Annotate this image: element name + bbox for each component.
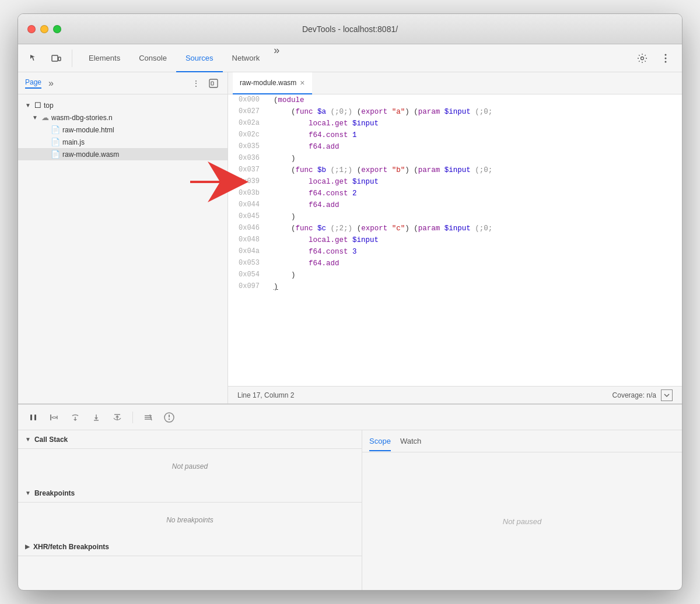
- three-dots-button[interactable]: ⋮: [189, 76, 203, 90]
- tree-item-js[interactable]: ▶ 📄 main.js: [18, 136, 228, 148]
- line-num-13: 0x048: [228, 234, 269, 246]
- breakpoints-header[interactable]: ▼ Breakpoints: [18, 484, 362, 503]
- line-code-5: f64.add: [269, 141, 682, 153]
- close-button[interactable]: [27, 25, 36, 33]
- tree-item-wasm[interactable]: ▶ 📄 raw-module.wasm: [18, 148, 228, 160]
- top-label: top: [44, 101, 54, 110]
- left-panel: Page » ⋮ ▼ ☐ top: [18, 72, 228, 403]
- line-num-1: 0x000: [228, 94, 269, 106]
- devtools-window: DevTools - localhost:8081/ Elements Cons…: [18, 13, 682, 591]
- code-line-14: 0x04a f64.const 3: [228, 246, 682, 258]
- bottom-section: ▼ Call Stack Not paused ▼ Breakpoints No…: [18, 403, 682, 590]
- line-num-14: 0x04a: [228, 246, 269, 258]
- line-code-9: f64.const 2: [269, 188, 682, 199]
- line-code-11: ): [269, 211, 682, 223]
- xhr-arrow: ▶: [25, 543, 30, 550]
- right-bottom-panel: Scope Watch Not paused: [362, 430, 682, 590]
- pause-on-exception-button[interactable]: [161, 409, 177, 426]
- svg-point-3: [665, 57, 667, 59]
- line-code-17: ): [269, 281, 682, 293]
- tab-elements[interactable]: Elements: [79, 44, 130, 72]
- tab-console[interactable]: Console: [130, 44, 176, 72]
- coverage-dropdown-icon[interactable]: [661, 389, 673, 401]
- tree-item-origin[interactable]: ▼ ☁ wasm-dbg-stories.n: [18, 111, 228, 124]
- tab-network[interactable]: Network: [223, 44, 270, 72]
- line-code-2: (func $a (;0;) (export "a") (param $inpu…: [269, 106, 682, 118]
- line-code-15: f64.add: [269, 258, 682, 269]
- line-code-14: f64.const 3: [269, 246, 682, 258]
- code-line-4: 0x02c f64.const 1: [228, 129, 682, 141]
- sync-icon[interactable]: [206, 76, 220, 90]
- code-line-15: 0x053 f64.add: [228, 258, 682, 269]
- pause-button[interactable]: [25, 409, 41, 426]
- svg-rect-1: [58, 57, 61, 61]
- code-line-11: 0x045 ): [228, 211, 682, 223]
- svg-rect-8: [30, 415, 32, 420]
- bottom-panels: ▼ Call Stack Not paused ▼ Breakpoints No…: [18, 430, 682, 590]
- line-num-3: 0x02a: [228, 118, 269, 129]
- status-bar: Line 17, Column 2 Coverage: n/a: [228, 386, 682, 403]
- inspect-icon[interactable]: [25, 50, 43, 67]
- code-line-8: 0x039 local.get $input: [228, 176, 682, 188]
- svg-marker-11: [74, 419, 77, 421]
- tree-item-html[interactable]: ▶ 📄 raw-module.html: [18, 124, 228, 136]
- svg-marker-13: [94, 417, 98, 420]
- nav-actions: [633, 49, 675, 68]
- line-code-12: (func $c (;2;) (export "c") (param $inpu…: [269, 223, 682, 234]
- debugger-controls: [18, 405, 682, 430]
- code-line-12: 0x046 (func $c (;2;) (export "c") (param…: [228, 223, 682, 234]
- xhr-breakpoints-header[interactable]: ▶ XHR/fetch Breakpoints: [18, 538, 362, 556]
- code-line-3: 0x02a local.get $input: [228, 118, 682, 129]
- cursor-position: Line 17, Column 2: [237, 391, 294, 399]
- more-options-icon[interactable]: [656, 49, 675, 68]
- step-into-button[interactable]: [88, 409, 104, 426]
- call-stack-header[interactable]: ▼ Call Stack: [18, 430, 362, 449]
- title-bar: DevTools - localhost:8081/: [18, 14, 682, 44]
- editor-tab-label: raw-module.wasm: [240, 79, 296, 87]
- right-bottom-tabs: Scope Watch: [362, 430, 682, 452]
- tab-sources[interactable]: Sources: [176, 44, 223, 72]
- line-num-4: 0x02c: [228, 129, 269, 141]
- editor-tab-wasm[interactable]: raw-module.wasm ×: [233, 72, 312, 94]
- nav-icons: [25, 50, 72, 67]
- line-num-5: 0x035: [228, 141, 269, 153]
- line-num-11: 0x045: [228, 211, 269, 223]
- html-label: raw-module.html: [62, 126, 114, 134]
- editor-tabs: raw-module.wasm ×: [228, 72, 682, 94]
- minimize-button[interactable]: [40, 25, 48, 33]
- editor-tab-close[interactable]: ×: [300, 78, 304, 87]
- line-code-13: local.get $input: [269, 234, 682, 246]
- line-code-4: f64.const 1: [269, 129, 682, 141]
- step-over-button[interactable]: [67, 409, 83, 426]
- main-content: Page » ⋮ ▼ ☐ top: [18, 72, 682, 403]
- left-bottom-panel: ▼ Call Stack Not paused ▼ Breakpoints No…: [18, 430, 362, 590]
- svg-rect-6: [211, 82, 214, 85]
- more-tabs-button[interactable]: »: [269, 44, 284, 72]
- step-out-button[interactable]: [109, 409, 125, 426]
- maximize-button[interactable]: [53, 25, 61, 33]
- line-num-8: 0x039: [228, 176, 269, 188]
- tree-item-top[interactable]: ▼ ☐ top: [18, 99, 228, 111]
- deactivate-breakpoints-button[interactable]: [140, 409, 156, 426]
- code-area[interactable]: 0x000 (module 0x027 (func $a (;0;) (expo…: [228, 94, 682, 386]
- resume-button[interactable]: [46, 409, 62, 426]
- watch-tab[interactable]: Watch: [400, 432, 421, 451]
- settings-icon[interactable]: [633, 49, 652, 68]
- breakpoints-arrow: ▼: [25, 490, 31, 496]
- panel-more-button[interactable]: »: [48, 78, 54, 89]
- file-tree: ▼ ☐ top ▼ ☁ wasm-dbg-stories.n ▶ 📄 raw-m…: [18, 94, 228, 403]
- scope-not-paused: Not paused: [503, 517, 542, 526]
- device-toggle-icon[interactable]: [47, 50, 65, 67]
- line-num-17: 0x097: [228, 281, 269, 293]
- xhr-title: XHR/fetch Breakpoints: [33, 543, 109, 551]
- page-tab[interactable]: Page: [25, 78, 41, 89]
- wasm-label: raw-module.wasm: [62, 150, 119, 159]
- window-title: DevTools - localhost:8081/: [302, 24, 398, 34]
- line-code-8: local.get $input: [269, 176, 682, 188]
- html-file-icon: 📄: [51, 125, 60, 134]
- call-stack-not-paused: Not paused: [172, 462, 208, 470]
- js-label: main.js: [62, 138, 85, 146]
- origin-icon: ☁: [41, 113, 49, 122]
- scope-tab[interactable]: Scope: [369, 432, 391, 451]
- scope-content: Not paused: [362, 452, 682, 590]
